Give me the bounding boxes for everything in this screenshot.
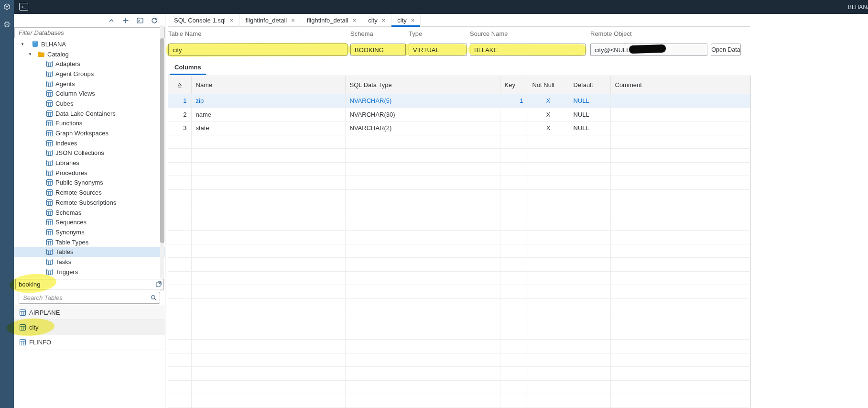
grid-row-empty[interactable] — [168, 380, 750, 394]
key-cell — [500, 108, 528, 121]
grid-row-empty[interactable] — [168, 312, 750, 326]
default-cell — [569, 162, 610, 176]
remote-object-input[interactable] — [590, 44, 707, 56]
tree-node-catalog[interactable]: ▾Catalog — [14, 49, 165, 59]
sql-data-type-cell — [345, 353, 500, 367]
schema-input[interactable] — [350, 44, 406, 56]
tree-node-procedures[interactable]: Procedures — [14, 168, 165, 178]
remote-sources-icon — [46, 189, 53, 196]
grid-row-empty[interactable] — [168, 367, 750, 381]
grid-row-empty[interactable] — [168, 135, 750, 149]
tab-sql-console-1-sql-1[interactable]: SQL Console 1.sql× — [168, 14, 240, 27]
grid-row-empty[interactable] — [168, 285, 750, 299]
tree-node-tasks[interactable]: Tasks — [14, 257, 165, 267]
tree-node-libraries[interactable]: Libraries — [14, 158, 165, 168]
tab-close-icon[interactable]: × — [353, 17, 357, 23]
tree-node-sequences[interactable]: Sequences — [14, 217, 165, 227]
grid-row-state[interactable]: 3stateNVARCHAR(2)XNULL — [168, 121, 750, 135]
table-list-item-airplane[interactable]: AIRPLANE — [14, 305, 165, 320]
tree-node-remote-sources[interactable]: Remote Sources — [14, 187, 165, 198]
tree-node-blhana[interactable]: ▾BLHANA — [14, 39, 165, 49]
table-list-item-flinfo[interactable]: FLINFO — [14, 335, 165, 350]
tab-flightinfo-detail-2[interactable]: flightinfo_detail× — [240, 14, 301, 27]
tab-close-icon[interactable]: × — [291, 17, 295, 23]
tab-city-5[interactable]: city× — [391, 14, 421, 27]
filter-databases-input[interactable] — [15, 28, 164, 38]
table-types-icon — [46, 239, 53, 245]
grid-row-empty[interactable] — [168, 298, 750, 312]
settings-gear-icon[interactable]: ⚙ — [0, 19, 14, 30]
grid-row-empty[interactable] — [168, 217, 750, 231]
grid-row-empty[interactable] — [168, 244, 750, 258]
grid-row-empty[interactable] — [168, 203, 750, 217]
name-cell — [191, 162, 345, 176]
grid-row-empty[interactable] — [168, 340, 750, 353]
tab-columns[interactable]: Columns — [170, 61, 206, 75]
tree-node-column-views[interactable]: Column Views — [14, 88, 165, 99]
open-data-button[interactable]: Open Data — [711, 44, 741, 56]
tree-node-agent-groups[interactable]: Agent Groups — [14, 69, 165, 79]
tab-close-icon[interactable]: × — [411, 17, 415, 23]
tree-node-adapters[interactable]: Adapters — [14, 59, 165, 69]
grid-row-empty[interactable] — [168, 176, 750, 190]
grid-row-empty[interactable] — [168, 162, 750, 176]
expand-arrow-icon[interactable]: ▾ — [19, 42, 26, 46]
table-list-item-city[interactable]: city — [14, 320, 165, 335]
grid-row-empty[interactable] — [168, 271, 750, 285]
sql-console-file-icon[interactable]: >_ — [19, 3, 28, 11]
grid-row-name[interactable]: 2nameNVARCHAR(30)XNULL — [168, 108, 750, 121]
database-browser-panel: ▾BLHANA▾CatalogAdaptersAgent GroupsAgent… — [14, 14, 165, 408]
type-input[interactable] — [409, 44, 467, 56]
sql-data-type-cell — [345, 312, 500, 326]
expand-arrow-icon[interactable]: ▾ — [27, 52, 33, 56]
open-sql-console-icon[interactable] — [136, 17, 144, 24]
add-database-icon[interactable] — [122, 17, 130, 24]
col-header-sql-data-type[interactable]: SQL Data Type — [345, 76, 500, 94]
tree-node-graph-workspaces[interactable]: Graph Workspaces — [14, 128, 165, 138]
grid-row-empty[interactable] — [168, 326, 750, 340]
tree-scrollbar-thumb[interactable] — [160, 38, 164, 243]
grid-row-empty[interactable] — [168, 149, 750, 163]
tree-node-triggers[interactable]: Triggers — [14, 267, 165, 277]
col-header-not-null[interactable]: Not Null — [528, 76, 569, 94]
col-header-name[interactable]: Name — [191, 76, 345, 94]
grid-row-zip[interactable]: 1zipNVARCHAR(5)1XNULL — [168, 94, 750, 108]
tree-node-data-lake-containers[interactable]: Data Lake Containers — [14, 109, 165, 119]
tree-node-remote-subscriptions[interactable]: Remote Subscriptions — [14, 198, 165, 208]
product-switcher-icon[interactable] — [0, 0, 14, 14]
search-icon[interactable] — [147, 295, 160, 301]
tab-close-icon[interactable]: × — [230, 17, 234, 23]
tab-flightinfo-detail-3[interactable]: flightinfo_detail× — [301, 14, 362, 27]
tree-node-tables[interactable]: Tables — [14, 247, 165, 257]
grid-row-empty[interactable] — [168, 394, 750, 408]
grid-row-empty[interactable] — [168, 189, 750, 203]
comment-cell — [610, 271, 750, 285]
tree-node-json-collections[interactable]: JSON Collections — [14, 148, 165, 158]
col-header-sort[interactable] — [168, 76, 191, 94]
tree-node-agents[interactable]: Agents — [14, 79, 165, 89]
tree-node-cubes[interactable]: Cubes — [14, 99, 165, 109]
object-filter-input[interactable] — [16, 279, 154, 289]
comment-cell — [610, 135, 750, 149]
col-header-comment[interactable]: Comment — [610, 76, 750, 94]
grid-row-empty[interactable] — [168, 258, 750, 272]
grid-row-empty[interactable] — [168, 231, 750, 244]
col-header-key[interactable]: Key — [500, 76, 528, 94]
grid-row-empty[interactable] — [168, 353, 750, 367]
tab-city-4[interactable]: city× — [362, 14, 391, 27]
source-name-input[interactable] — [470, 44, 586, 56]
tree-node-functions[interactable]: Functions — [14, 119, 165, 129]
tree-node-synonyms[interactable]: Synonyms — [14, 227, 165, 237]
collapse-all-icon[interactable] — [108, 17, 115, 24]
tree-node-table-types[interactable]: Table Types — [14, 237, 165, 247]
table-name-input[interactable] — [168, 44, 347, 56]
refresh-icon[interactable] — [151, 17, 158, 24]
search-tables-input[interactable] — [19, 292, 147, 303]
tab-close-icon[interactable]: × — [382, 17, 386, 23]
tree-node-schemas[interactable]: Schemas — [14, 208, 165, 218]
tree-node-public-synonyms[interactable]: Public Synonyms — [14, 178, 165, 188]
tree-node-indexes[interactable]: Indexes — [14, 138, 165, 148]
key-cell — [500, 189, 528, 203]
open-in-new-window-icon[interactable] — [154, 280, 163, 288]
col-header-default[interactable]: Default — [569, 76, 610, 94]
